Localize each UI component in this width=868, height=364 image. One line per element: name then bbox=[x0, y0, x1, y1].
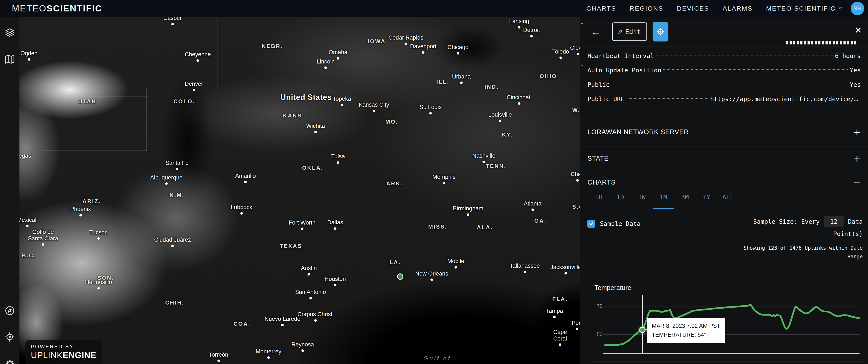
city-name: Phoenix bbox=[70, 206, 91, 213]
city-dot bbox=[577, 53, 579, 55]
nav-item-devices[interactable]: DEVICES bbox=[677, 5, 709, 12]
city-name: Nashville bbox=[472, 152, 496, 159]
city-dot bbox=[531, 208, 534, 211]
tab-1h[interactable]: 1H bbox=[588, 192, 610, 202]
city-dot bbox=[530, 35, 533, 37]
city-name: New Orleans bbox=[415, 271, 448, 277]
tab-1d[interactable]: 1D bbox=[610, 192, 631, 202]
check-icon bbox=[589, 221, 594, 226]
map-state-label: OKLA. bbox=[302, 165, 323, 171]
uplinks-showing-text: Showing 123 of 1476 Uplinks within Date … bbox=[736, 244, 863, 261]
city-name: Clevel bbox=[570, 45, 580, 51]
map-city-label: Monterrey bbox=[255, 348, 281, 359]
map-state-label: IOWA bbox=[368, 38, 385, 45]
city-dot bbox=[559, 343, 561, 346]
edit-button[interactable]: ✎ Edit bbox=[612, 22, 647, 41]
city-dot bbox=[518, 102, 521, 105]
nav-item-regions[interactable]: REGIONS bbox=[629, 5, 663, 12]
pencil-icon: ✎ bbox=[618, 28, 622, 36]
section-lorawan-network-server[interactable]: LORAWAN NETWORK SERVER+ bbox=[580, 118, 868, 146]
city-dot bbox=[193, 89, 195, 91]
city-dot bbox=[97, 237, 100, 240]
city-name: Port bbox=[571, 320, 580, 326]
back-button[interactable]: ← bbox=[590, 26, 601, 37]
section-charts[interactable]: CHARTS− bbox=[580, 171, 868, 194]
nav-item-charts[interactable]: CHARTS bbox=[586, 5, 616, 12]
nav-item-account-menu[interactable]: METEO SCIENTIFIC▽ bbox=[766, 5, 843, 12]
sample-data-label: Sample Data bbox=[600, 220, 641, 227]
city-dot bbox=[483, 161, 485, 163]
city-name: Mobile bbox=[447, 258, 464, 264]
map-state-label: UTAH bbox=[78, 98, 96, 105]
field-label: Heartbeat Interval bbox=[587, 52, 654, 59]
account-menu-label: METEO SCIENTIFIC bbox=[766, 5, 836, 12]
section-state[interactable]: STATE+ bbox=[580, 146, 868, 171]
city-dot bbox=[523, 271, 526, 273]
expand-icon[interactable]: + bbox=[853, 153, 861, 164]
city-name: Atlanta bbox=[524, 200, 541, 207]
map-city-label: Birmingham bbox=[453, 205, 483, 216]
map-city-label: Nuevo Laredo bbox=[265, 316, 300, 326]
device-marker[interactable] bbox=[397, 274, 403, 280]
city-name: Lincoln bbox=[317, 58, 335, 65]
state-border bbox=[196, 150, 197, 225]
tab-1m[interactable]: 1M bbox=[653, 192, 674, 202]
collapse-icon[interactable]: − bbox=[853, 177, 861, 188]
city-name: Ogden bbox=[21, 50, 38, 57]
map-icon[interactable] bbox=[5, 54, 15, 64]
brand-logo[interactable]: METEOSCIENTIFIC bbox=[12, 3, 102, 13]
layers-icon[interactable] bbox=[5, 28, 15, 38]
sample-data-checkbox[interactable] bbox=[587, 220, 595, 228]
map-canvas[interactable]: NEBR.IOWAUTAHCOLO.KANS.MO.ILL.IND.OHIOKY… bbox=[20, 17, 580, 364]
map-city-label: Dallas bbox=[327, 219, 343, 230]
map-state-label: LA. bbox=[390, 259, 401, 265]
sample-size-suffix: Data bbox=[848, 218, 863, 225]
map-state-label: FLA. bbox=[552, 296, 568, 302]
locate-icon[interactable] bbox=[5, 332, 15, 342]
city-dot bbox=[42, 243, 44, 246]
city-name: Davenport bbox=[410, 43, 437, 50]
temperature-chart-card: Temperature 7550 MAR 8, 2023 7:02 AM PST… bbox=[588, 278, 865, 361]
city-name: Omaha bbox=[329, 49, 347, 56]
field-row: Heartbeat Interval6 hours bbox=[587, 49, 861, 63]
map-city-label: Memphis bbox=[433, 174, 456, 184]
expand-icon[interactable]: + bbox=[853, 127, 861, 138]
attribution-brand: UPLINKENGINE bbox=[31, 351, 96, 360]
field-row: Public URLhttps://app.meteoscientific.co… bbox=[587, 92, 861, 106]
city-dot bbox=[196, 59, 199, 62]
map-city-label: Santa Fe bbox=[165, 160, 189, 170]
close-icon[interactable]: × bbox=[855, 24, 862, 35]
locate-device-button[interactable] bbox=[653, 22, 668, 41]
map-city-label: Clevel bbox=[570, 45, 580, 55]
sample-size-input[interactable] bbox=[824, 216, 844, 227]
map-city-label: St. Louis bbox=[420, 104, 442, 114]
tab-1w[interactable]: 1W bbox=[631, 192, 653, 202]
map-city-label: Davenport bbox=[410, 43, 437, 54]
map-state-label: CHIH. bbox=[165, 299, 184, 306]
tab-all[interactable]: ALL bbox=[717, 192, 739, 202]
compass-icon[interactable] bbox=[5, 306, 15, 316]
chart-tooltip: MAR 8, 2023 7:02 AM PST TEMPERATURE: 54°… bbox=[647, 318, 725, 343]
tab-3m[interactable]: 3M bbox=[674, 192, 696, 202]
map-state-label: NEBR. bbox=[262, 43, 283, 49]
nav-item-alarms[interactable]: ALARMS bbox=[723, 5, 752, 12]
avatar[interactable]: NH bbox=[851, 2, 864, 15]
city-dot bbox=[171, 23, 174, 25]
map-city-label: Reynosa bbox=[291, 341, 314, 352]
settings-icon[interactable]: ⚙ bbox=[5, 359, 15, 364]
city-name: Albuquerque bbox=[150, 174, 183, 181]
city-dot bbox=[308, 273, 310, 276]
dotted-leader bbox=[663, 69, 847, 70]
city-name: Mexicali bbox=[20, 217, 38, 223]
city-name: Lansing bbox=[509, 18, 529, 25]
map-city-label: Toledo bbox=[552, 49, 569, 59]
city-dot bbox=[499, 119, 501, 122]
city-name: Ciudad Juárez bbox=[154, 236, 191, 243]
y-axis-label: 50 bbox=[591, 331, 602, 337]
field-label: Public bbox=[587, 81, 610, 88]
map-city-label: Omaha bbox=[329, 49, 347, 60]
city-dot bbox=[430, 279, 433, 281]
map-state-label: S.C bbox=[572, 203, 580, 210]
tab-1y[interactable]: 1Y bbox=[696, 192, 717, 202]
map-city-label: Tulsa bbox=[331, 153, 345, 164]
